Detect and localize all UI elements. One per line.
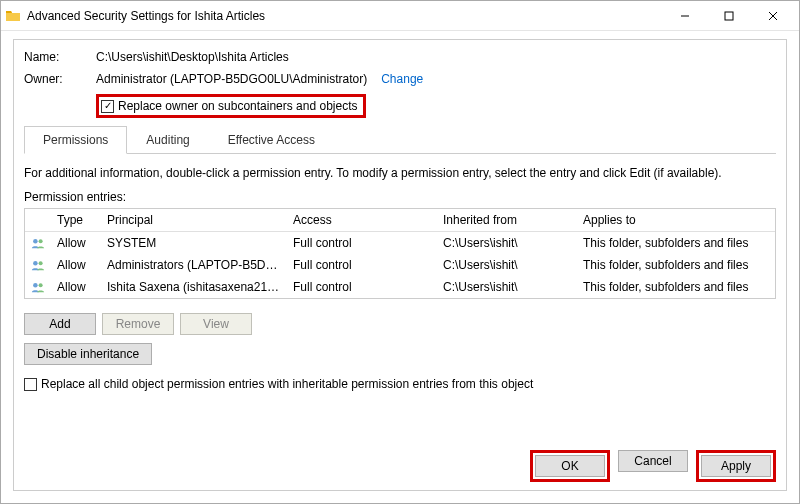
maximize-button[interactable] bbox=[707, 2, 751, 30]
col-applies[interactable]: Applies to bbox=[577, 209, 775, 231]
col-inherited[interactable]: Inherited from bbox=[437, 209, 577, 231]
view-button: View bbox=[180, 313, 252, 335]
tab-permissions[interactable]: Permissions bbox=[24, 126, 127, 154]
svg-rect-1 bbox=[725, 12, 733, 20]
apply-highlight: Apply bbox=[696, 450, 776, 482]
minimize-button[interactable] bbox=[663, 2, 707, 30]
disable-inheritance-button[interactable]: Disable inheritance bbox=[24, 343, 152, 365]
security-dialog: Advanced Security Settings for Ishita Ar… bbox=[0, 0, 800, 504]
titlebar: Advanced Security Settings for Ishita Ar… bbox=[1, 1, 799, 31]
cell-access: Full control bbox=[287, 254, 437, 276]
add-button[interactable]: Add bbox=[24, 313, 96, 335]
table-row[interactable]: AllowSYSTEMFull controlC:\Users\ishit\Th… bbox=[25, 232, 775, 254]
ok-highlight: OK bbox=[530, 450, 610, 482]
folder-icon bbox=[5, 8, 21, 24]
content-panel: Name: C:\Users\ishit\Desktop\Ishita Arti… bbox=[13, 39, 787, 491]
cell-applies: This folder, subfolders and files bbox=[577, 254, 775, 276]
svg-point-6 bbox=[33, 261, 38, 266]
replace-owner-checkbox[interactable]: ✓ bbox=[101, 100, 114, 113]
entries-label: Permission entries: bbox=[24, 190, 776, 204]
replace-owner-label: Replace owner on subcontainers and objec… bbox=[118, 99, 357, 113]
replace-owner-highlight: ✓ Replace owner on subcontainers and obj… bbox=[96, 94, 366, 118]
svg-point-5 bbox=[39, 239, 43, 243]
tab-bar: Permissions Auditing Effective Access bbox=[24, 126, 776, 154]
cell-inherited: C:\Users\ishit\ bbox=[437, 276, 577, 298]
table-row[interactable]: AllowIshita Saxena (ishitasaxena2109...F… bbox=[25, 276, 775, 298]
cell-type: Allow bbox=[51, 254, 101, 276]
change-owner-link[interactable]: Change bbox=[381, 72, 423, 86]
owner-label: Owner: bbox=[24, 72, 96, 86]
cell-principal: SYSTEM bbox=[101, 232, 287, 254]
cell-type: Allow bbox=[51, 232, 101, 254]
tab-auditing[interactable]: Auditing bbox=[127, 126, 208, 154]
apply-button[interactable]: Apply bbox=[701, 455, 771, 477]
owner-value: Administrator (LAPTOP-B5DGO0LU\Administr… bbox=[96, 72, 367, 86]
svg-point-8 bbox=[33, 283, 38, 288]
window-title: Advanced Security Settings for Ishita Ar… bbox=[27, 9, 663, 23]
remove-button: Remove bbox=[102, 313, 174, 335]
cell-access: Full control bbox=[287, 232, 437, 254]
cell-type: Allow bbox=[51, 276, 101, 298]
tab-effective-access[interactable]: Effective Access bbox=[209, 126, 334, 154]
cell-principal: Administrators (LAPTOP-B5DGO... bbox=[101, 254, 287, 276]
principal-icon bbox=[25, 232, 51, 254]
replace-child-label: Replace all child object permission entr… bbox=[41, 377, 533, 391]
cell-inherited: C:\Users\ishit\ bbox=[437, 232, 577, 254]
col-type[interactable]: Type bbox=[51, 209, 101, 231]
cancel-button[interactable]: Cancel bbox=[618, 450, 688, 472]
name-label: Name: bbox=[24, 50, 96, 64]
svg-point-9 bbox=[39, 283, 43, 287]
col-access[interactable]: Access bbox=[287, 209, 437, 231]
cell-applies: This folder, subfolders and files bbox=[577, 232, 775, 254]
svg-point-7 bbox=[39, 261, 43, 265]
info-text: For additional information, double-click… bbox=[24, 166, 776, 180]
table-header: Type Principal Access Inherited from App… bbox=[25, 209, 775, 232]
svg-point-4 bbox=[33, 239, 38, 244]
close-button[interactable] bbox=[751, 2, 795, 30]
table-row[interactable]: AllowAdministrators (LAPTOP-B5DGO...Full… bbox=[25, 254, 775, 276]
cell-principal: Ishita Saxena (ishitasaxena2109... bbox=[101, 276, 287, 298]
cell-inherited: C:\Users\ishit\ bbox=[437, 254, 577, 276]
cell-access: Full control bbox=[287, 276, 437, 298]
principal-icon bbox=[25, 276, 51, 298]
col-principal[interactable]: Principal bbox=[101, 209, 287, 231]
ok-button[interactable]: OK bbox=[535, 455, 605, 477]
permissions-table: Type Principal Access Inherited from App… bbox=[24, 208, 776, 299]
dialog-footer: OK Cancel Apply bbox=[530, 450, 776, 482]
name-value: C:\Users\ishit\Desktop\Ishita Articles bbox=[96, 50, 289, 64]
replace-child-checkbox[interactable] bbox=[24, 378, 37, 391]
principal-icon bbox=[25, 254, 51, 276]
cell-applies: This folder, subfolders and files bbox=[577, 276, 775, 298]
